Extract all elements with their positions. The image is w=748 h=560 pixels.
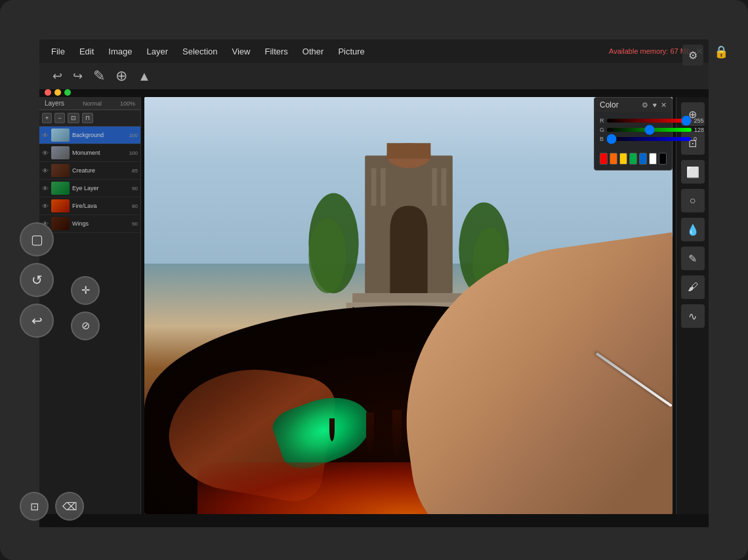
green-slider-row: G 128 [600, 127, 667, 133]
svg-rect-2 [386, 143, 430, 159]
menu-item-other[interactable]: Other [296, 44, 331, 59]
layer-name-label: Fire/Lava [72, 203, 129, 209]
svg-rect-3 [371, 168, 376, 205]
menu-item-layer[interactable]: Layer [140, 44, 175, 59]
color-swatch-white[interactable] [649, 153, 657, 165]
menu-item-filters[interactable]: Filters [258, 44, 294, 59]
layer-item[interactable]: 👁 Creature 85 [39, 162, 140, 180]
smudge-tool[interactable]: ∿ [681, 304, 705, 328]
color-swatch-yellow[interactable] [619, 153, 627, 165]
menu-item-view[interactable]: View [226, 44, 257, 59]
svg-point-10 [308, 218, 346, 292]
hand-shape [388, 233, 673, 514]
svg-rect-4 [381, 168, 386, 205]
eyedropper-float-button[interactable]: ⊘ [71, 311, 100, 340]
color-panel-title: Color [600, 100, 619, 110]
color-close-icon[interactable]: ✕ [661, 101, 667, 110]
undo-float-button[interactable]: ↩ [20, 304, 54, 338]
merge-layer-button[interactable]: ⊓ [82, 113, 93, 123]
eraser-button[interactable]: ⌫ [55, 492, 84, 521]
transform-button[interactable]: ⊕ [115, 68, 127, 85]
brush-tool[interactable]: 🖌 [681, 275, 705, 299]
warp-button[interactable]: ▲ [138, 69, 151, 84]
frame-button[interactable]: ▢ [20, 222, 54, 256]
color-swatch-blue[interactable] [639, 153, 647, 165]
hand-area [388, 222, 673, 514]
red-slider-row: R 255 [600, 117, 667, 124]
tablet-frame: ⚙ 🔒 File Edit Image Layer Selection View… [0, 0, 748, 560]
blue-slider[interactable] [606, 137, 691, 141]
top-right-controls: ⚙ [682, 45, 703, 66]
menu-item-picture[interactable]: Picture [331, 44, 371, 59]
delete-layer-button[interactable]: − [54, 113, 64, 123]
layer-visibility-icon[interactable]: 👁 [42, 203, 49, 210]
move-button[interactable]: ✛ [71, 276, 100, 305]
brush-tool-button[interactable]: ✎ [93, 68, 105, 85]
color-panel: Color ⚙ ♥ ✕ R 255 G 128 [594, 97, 673, 170]
red-label: R [600, 117, 604, 124]
secondary-float-buttons: ✛ ⊘ [71, 276, 100, 340]
undo-curved-button[interactable]: ↩ [52, 69, 62, 83]
add-layer-button[interactable]: + [42, 113, 52, 123]
layer-name-label: Wings [72, 220, 129, 227]
menu-item-image[interactable]: Image [102, 44, 138, 59]
spike [366, 412, 374, 452]
color-swatch-orange[interactable] [610, 153, 617, 165]
color-swatch-green[interactable] [629, 153, 637, 165]
redo-curved-button[interactable]: ↪ [73, 69, 83, 83]
layer-list: 👁 Background 100 👁 Monument 100 👁 Creatu… [39, 127, 140, 233]
menu-bar: File Edit Image Layer Selection View Fil… [39, 39, 709, 63]
layer-visibility-icon[interactable]: 👁 [42, 167, 49, 174]
layer-thumbnail [51, 199, 70, 212]
layer-item[interactable]: 👁 Fire/Lava 80 [39, 197, 140, 215]
color-swatch-row [594, 150, 672, 170]
layer-visibility-icon[interactable]: 👁 [42, 150, 49, 157]
layer-mode: Normal [83, 100, 102, 107]
color-panel-header: Color ⚙ ♥ ✕ [594, 98, 672, 112]
lasso-tool[interactable]: ○ [681, 189, 705, 212]
layer-opacity-label: 90 [132, 186, 138, 191]
layer-thumbnail [51, 217, 70, 230]
layer-visibility-icon[interactable]: 👁 [42, 185, 49, 192]
layer-opacity-label: 100 [129, 132, 138, 138]
color-favorite-icon[interactable]: ♥ [652, 101, 657, 109]
pencil-tool[interactable]: ✎ [681, 247, 705, 270]
layer-name-label: Creature [72, 167, 129, 174]
color-swatch-red[interactable] [600, 153, 608, 165]
menu-item-edit[interactable]: Edit [73, 44, 100, 59]
layer-thumbnail [51, 182, 70, 195]
color-panel-icons: ⚙ ♥ ✕ [642, 101, 667, 110]
crop-bottom-button[interactable]: ⊡ [20, 492, 49, 521]
select-rect-tool[interactable]: ⬜ [681, 160, 705, 184]
color-swatch-black[interactable] [659, 153, 667, 165]
layer-thumbnail [51, 146, 70, 159]
layer-name-label: Monument [72, 150, 127, 156]
panel-header: Layers Normal 100% [39, 97, 140, 110]
lock-icon: 🔒 [714, 45, 728, 59]
layer-item[interactable]: 👁 Wings 90 [39, 215, 140, 233]
blue-slider-row: B 0 [600, 136, 667, 142]
layer-item[interactable]: 👁 Monument 100 [39, 144, 140, 162]
memory-status: Available memory: 67 Mb [609, 47, 690, 55]
layer-name-label: Background [72, 132, 127, 138]
minimize-dot[interactable] [54, 89, 61, 96]
red-slider[interactable] [607, 119, 692, 123]
color-settings-icon[interactable]: ⚙ [642, 101, 648, 110]
rotate-ccw-button[interactable]: ↺ [20, 263, 54, 297]
layer-opacity-label: 80 [132, 203, 138, 209]
layer-item[interactable]: 👁 Eye Layer 90 [39, 180, 140, 197]
green-slider[interactable] [607, 128, 692, 132]
maximize-dot[interactable] [64, 89, 71, 96]
right-toolbar: ⊕ ⊡ ⬜ ○ 💧 ✎ 🖌 ∿ [676, 97, 709, 514]
settings-gear-button[interactable]: ⚙ [682, 45, 703, 66]
eyedropper-tool[interactable]: 💧 [681, 218, 705, 241]
menu-item-selection[interactable]: Selection [176, 44, 224, 59]
close-dot[interactable] [45, 89, 51, 96]
menu-item-file[interactable]: File [45, 44, 72, 59]
duplicate-layer-button[interactable]: ⊡ [68, 113, 79, 123]
layer-item[interactable]: 👁 Background 100 [39, 127, 140, 144]
red-value: 255 [694, 117, 704, 124]
layer-visibility-icon[interactable]: 👁 [42, 132, 49, 139]
layers-title: Layers [45, 100, 64, 107]
main-toolbar: ↩ ↪ ✎ ⊕ ▲ [39, 63, 709, 89]
